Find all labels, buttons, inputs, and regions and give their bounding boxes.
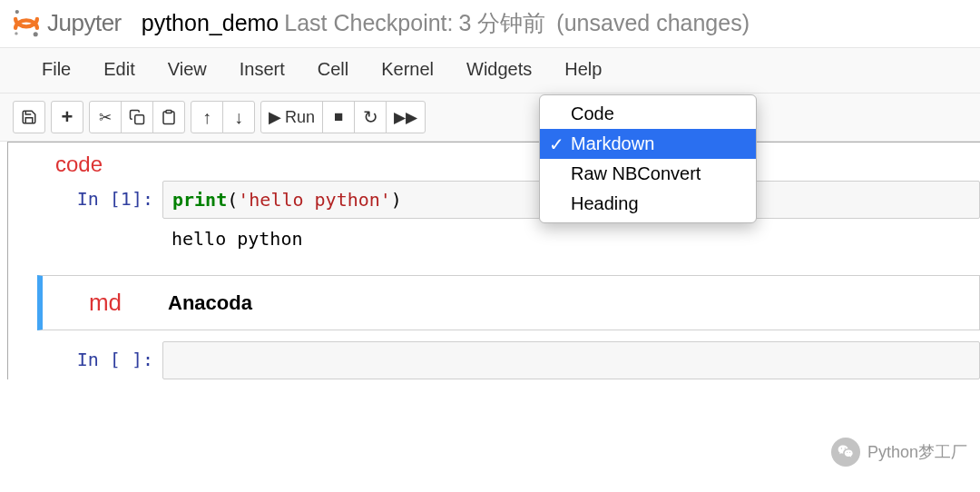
menu-kernel[interactable]: Kernel bbox=[365, 54, 450, 85]
copy-button[interactable] bbox=[121, 101, 153, 133]
checkpoint-time: 3 分钟前 bbox=[459, 8, 546, 38]
checkpoint-label: Last Checkpoint: bbox=[284, 10, 453, 36]
code-token-open: ( bbox=[227, 189, 238, 211]
menu-file[interactable]: File bbox=[25, 54, 87, 85]
notebook-area: code In [1]: print('hello python') hello… bbox=[7, 142, 980, 379]
save-icon bbox=[21, 109, 37, 125]
svg-point-2 bbox=[15, 32, 17, 34]
code-cell-empty[interactable]: In [ ]: bbox=[28, 341, 980, 379]
restart-button[interactable]: ↻ bbox=[354, 101, 387, 133]
annotation-md: md bbox=[43, 289, 168, 317]
run-label: Run bbox=[285, 108, 315, 127]
svg-rect-4 bbox=[166, 111, 172, 113]
celltype-option-code[interactable]: Code bbox=[540, 99, 756, 129]
paste-button[interactable] bbox=[152, 101, 185, 133]
toolbar: + ✂ ↑ ↓ ▶Run ■ ↻ ▶▶ bbox=[0, 93, 980, 142]
code-token-fn: print bbox=[172, 189, 227, 211]
jupyter-logo: Jupyter bbox=[11, 7, 122, 38]
plus-icon: + bbox=[62, 105, 74, 129]
arrow-up-icon: ↑ bbox=[202, 107, 211, 128]
markdown-rendered: Anacoda bbox=[168, 291, 252, 315]
svg-point-1 bbox=[34, 32, 38, 36]
run-icon: ▶ bbox=[269, 107, 281, 127]
cut-button[interactable]: ✂ bbox=[89, 101, 122, 133]
code-output-1: hello python bbox=[162, 219, 980, 259]
menu-widgets[interactable]: Widgets bbox=[450, 54, 548, 85]
jupyter-icon bbox=[11, 7, 42, 38]
stop-icon: ■ bbox=[334, 108, 343, 126]
menu-cell[interactable]: Cell bbox=[301, 54, 365, 85]
menu-bar: File Edit View Insert Cell Kernel Widget… bbox=[0, 48, 980, 93]
menu-view[interactable]: View bbox=[152, 54, 223, 85]
unsaved-indicator: (unsaved changes) bbox=[556, 10, 750, 36]
scissors-icon: ✂ bbox=[99, 108, 112, 127]
code-input-empty[interactable] bbox=[162, 341, 980, 379]
celltype-option-heading[interactable]: Heading bbox=[540, 189, 756, 219]
svg-rect-3 bbox=[135, 115, 144, 124]
stop-button[interactable]: ■ bbox=[322, 101, 355, 133]
watermark: Python梦工厂 bbox=[831, 438, 967, 467]
input-prompt-empty: In [ ]: bbox=[28, 341, 162, 370]
move-up-button[interactable]: ↑ bbox=[191, 101, 223, 133]
copy-icon bbox=[129, 109, 145, 125]
notebook-name[interactable]: python_demo bbox=[142, 10, 279, 36]
celltype-dropdown[interactable]: Code Markdown Raw NBConvert Heading bbox=[539, 94, 757, 223]
arrow-down-icon: ↓ bbox=[234, 107, 243, 128]
add-cell-button[interactable]: + bbox=[51, 101, 83, 133]
restart-icon: ↻ bbox=[363, 106, 378, 128]
header: Jupyter python_demo Last Checkpoint: 3 分… bbox=[0, 0, 980, 48]
save-button[interactable] bbox=[13, 101, 45, 133]
code-token-close: ) bbox=[391, 189, 402, 211]
paste-icon bbox=[161, 109, 177, 125]
celltype-option-raw[interactable]: Raw NBConvert bbox=[540, 159, 756, 189]
menu-edit[interactable]: Edit bbox=[87, 54, 151, 85]
move-down-button[interactable]: ↓ bbox=[222, 101, 255, 133]
input-prompt-1: In [1]: bbox=[28, 181, 162, 210]
wechat-icon bbox=[831, 438, 860, 467]
annotation-code: code bbox=[55, 152, 980, 177]
code-token-str: 'hello python' bbox=[238, 189, 391, 211]
celltype-option-markdown[interactable]: Markdown bbox=[540, 129, 756, 159]
menu-insert[interactable]: Insert bbox=[223, 54, 301, 85]
jupyter-logo-text: Jupyter bbox=[47, 9, 122, 37]
notebook-title[interactable]: python_demo Last Checkpoint: 3 分钟前 (unsa… bbox=[142, 8, 750, 38]
svg-point-0 bbox=[15, 10, 19, 14]
fast-forward-icon: ▶▶ bbox=[394, 108, 417, 127]
code-cell-1[interactable]: In [1]: print('hello python') bbox=[28, 181, 980, 219]
menu-help[interactable]: Help bbox=[548, 54, 618, 85]
run-button[interactable]: ▶Run bbox=[260, 101, 323, 133]
markdown-cell[interactable]: md Anacoda bbox=[37, 275, 980, 330]
restart-run-all-button[interactable]: ▶▶ bbox=[386, 101, 426, 133]
watermark-text: Python梦工厂 bbox=[867, 441, 967, 463]
